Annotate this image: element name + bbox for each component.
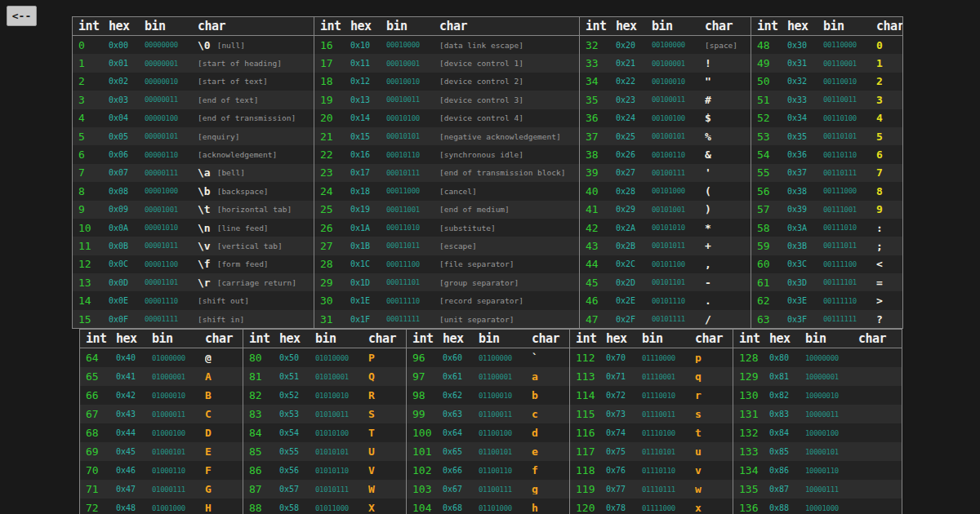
table-row: 1140x7201110010r <box>570 386 733 405</box>
hex-cell: 0x26 <box>616 150 652 159</box>
char-cell: d <box>532 428 569 438</box>
char-value: h <box>532 503 538 513</box>
bin-cell: 00011101 <box>386 278 439 286</box>
hex-cell: 0x72 <box>606 391 642 400</box>
char-description: [data link escape] <box>439 41 523 50</box>
char-description: [device control 4] <box>439 113 523 122</box>
char-value: 2 <box>876 76 883 86</box>
bin-cell: 01100000 <box>479 354 532 362</box>
column-header-char: char <box>439 19 579 33</box>
char-cell: [substitute] <box>439 224 579 233</box>
int-cell: 41 <box>586 203 616 215</box>
hex-cell: 0x31 <box>787 59 823 68</box>
back-button[interactable]: <-- <box>7 6 37 26</box>
bin-cell: 10000111 <box>805 485 858 494</box>
char-cell: ` <box>532 352 569 363</box>
bin-cell: 10000101 <box>805 448 858 456</box>
table-row: 310x1F00011111[unit separator] <box>314 310 579 328</box>
bin-cell: 00101001 <box>652 206 705 214</box>
table-group-header: inthexbinchar <box>580 17 751 36</box>
char-cell: A <box>205 371 243 382</box>
char-description: [record separator] <box>439 296 523 305</box>
hex-cell: 0x36 <box>787 150 823 159</box>
char-cell: > <box>876 295 902 306</box>
char-cell: ? <box>876 314 902 325</box>
char-value: w <box>695 484 702 494</box>
char-value: W <box>368 484 375 494</box>
char-cell: s <box>695 409 733 419</box>
bin-cell: 00101010 <box>652 224 705 232</box>
bin-cell: 00000001 <box>145 60 198 68</box>
char-value: C <box>205 409 212 419</box>
char-description: [device control 1] <box>439 59 523 68</box>
table-row: 860x5601010110V <box>243 461 406 480</box>
column-header-int: int <box>586 19 616 33</box>
hex-cell: 0x03 <box>109 95 145 104</box>
hex-cell: 0x1D <box>350 278 386 287</box>
char-value: = <box>876 277 883 288</box>
hex-cell: 0x38 <box>787 187 823 196</box>
int-cell: 118 <box>576 464 606 476</box>
table-group-header: inthexbinchar <box>243 330 406 348</box>
bin-cell: 01111000 <box>642 504 695 512</box>
column-header-int: int <box>576 331 606 346</box>
table-row: 40x0400000100[end of transmission] <box>73 109 314 127</box>
bin-cell: 01001000 <box>152 504 205 512</box>
bin-cell: 00110110 <box>823 151 876 159</box>
bin-cell: 01110101 <box>642 448 695 456</box>
char-value: 7 <box>876 167 883 178</box>
int-cell: 50 <box>757 75 787 87</box>
char-value: b <box>532 390 538 401</box>
int-cell: 71 <box>86 483 116 495</box>
int-cell: 69 <box>86 445 116 458</box>
bin-cell: 01110010 <box>642 392 695 400</box>
int-cell: 49 <box>757 57 787 69</box>
table-row: 120x0C00001100\f[form feed] <box>73 255 314 273</box>
char-cell: X <box>368 503 406 513</box>
table-row: 720x4801001000H <box>80 498 243 514</box>
int-cell: 43 <box>586 240 616 252</box>
int-cell: 103 <box>412 483 443 495</box>
column-header-int: int <box>86 331 116 346</box>
ascii-table-bottom: inthexbinchar640x4001000000@650x41010000… <box>79 329 902 514</box>
hex-cell: 0x61 <box>443 372 479 381</box>
char-cell: / <box>705 314 751 325</box>
char-value: V <box>368 465 375 476</box>
bin-cell: 01000011 <box>152 410 205 419</box>
bin-cell: 00001100 <box>145 260 198 268</box>
column-header-int: int <box>412 331 443 346</box>
char-value: R <box>368 390 375 401</box>
int-cell: 120 <box>576 502 606 514</box>
bin-cell: 00010110 <box>386 151 439 159</box>
int-cell: 113 <box>576 370 606 383</box>
hex-cell: 0x53 <box>279 410 315 419</box>
hex-cell: 0x2F <box>616 315 652 324</box>
hex-cell: 0x88 <box>769 503 805 512</box>
hex-cell: 0x81 <box>769 372 805 381</box>
char-value: r <box>695 390 702 401</box>
char-cell: [device control 3] <box>439 95 579 104</box>
char-value: g <box>532 484 538 494</box>
hex-cell: 0x16 <box>350 150 386 159</box>
bin-cell: 10000010 <box>805 392 858 400</box>
char-cell: ; <box>876 241 902 251</box>
table-row: 210x1500010101[negative acknowledgement] <box>314 127 579 145</box>
char-cell: x <box>695 503 733 513</box>
column-header-char: char <box>532 331 569 346</box>
bin-cell: 01010000 <box>315 354 368 362</box>
char-cell: 1 <box>876 58 902 69</box>
char-cell: [enquiry] <box>198 132 314 141</box>
int-cell: 135 <box>739 483 769 495</box>
char-value: U <box>368 446 375 457</box>
char-cell: ( <box>705 186 751 197</box>
char-cell: c <box>532 409 569 419</box>
hex-cell: 0x11 <box>350 59 386 68</box>
hex-cell: 0x29 <box>616 205 652 214</box>
bin-cell: 00001111 <box>145 315 198 323</box>
int-cell: 133 <box>739 445 769 458</box>
column-header-bin: bin <box>652 19 705 33</box>
int-cell: 86 <box>249 464 279 476</box>
table-row: 30x0300000011[end of text] <box>73 91 314 109</box>
char-value: ' <box>705 167 711 178</box>
hex-cell: 0x85 <box>769 447 805 456</box>
